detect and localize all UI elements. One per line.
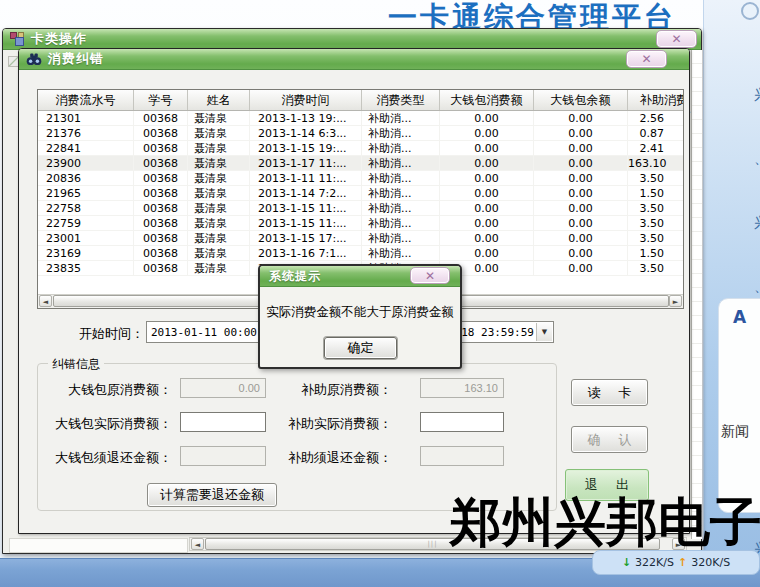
groupbox-label: 纠错信息 xyxy=(48,356,104,373)
taskbar[interactable]: ↓ 322K/S ↑ 320K/S xyxy=(0,558,760,587)
table-cell: 3.50 xyxy=(628,216,684,230)
table-cell: 23001 xyxy=(38,231,134,245)
outer-window-title: 卡类操作 xyxy=(31,30,87,48)
table-cell: 00368 xyxy=(134,261,188,275)
table-cell: 0.00 xyxy=(534,216,628,230)
table-cell: 补助消... xyxy=(362,156,440,170)
table-cell: 补助消... xyxy=(362,126,440,140)
read-card-button[interactable]: 读 卡 xyxy=(571,379,648,406)
inner-close-button[interactable]: ✕ xyxy=(626,50,667,68)
table-cell: 3.50 xyxy=(628,261,684,275)
watermark-text: 郑州兴邦电子 xyxy=(450,496,760,548)
grip-icon: ||| xyxy=(427,540,437,548)
table-cell: 00368 xyxy=(134,126,188,140)
table-cell: 0.00 xyxy=(534,186,628,200)
table-cell: 0.00 xyxy=(534,126,628,140)
table-cell: 聂清泉 xyxy=(188,156,250,170)
table-cell: 补助消... xyxy=(362,171,440,185)
table-cell: 0.00 xyxy=(534,261,628,275)
column-header[interactable]: 消费时间 xyxy=(250,90,362,110)
table-cell: 2013-1-15 19:... xyxy=(250,141,362,155)
table-cell: 0.00 xyxy=(440,156,534,170)
table-cell: 2013-1-17 11:... xyxy=(250,156,362,170)
table-row[interactable]: 2390000368聂清泉2013-1-17 11:...补助消...0.000… xyxy=(38,156,684,171)
download-arrow-icon: ↓ xyxy=(622,556,631,569)
table-cell: 0.00 xyxy=(534,111,628,125)
dropdown-arrow-icon[interactable]: ▼ xyxy=(536,323,552,341)
wallet-refund-label: 大钱包须退还金额： xyxy=(38,449,172,467)
table-row[interactable]: 2284100368聂清泉2013-1-15 19:...补助消...0.000… xyxy=(38,141,684,156)
table-cell: 00368 xyxy=(134,246,188,260)
table-cell: 聂清泉 xyxy=(188,231,250,245)
table-cell: 补助消... xyxy=(362,246,440,260)
table-cell: 23169 xyxy=(38,246,134,260)
window-form-icon xyxy=(10,32,25,47)
wallet-original-field xyxy=(180,378,266,398)
table-row[interactable]: 2275900368聂清泉2013-1-15 11:...补助消...0.000… xyxy=(38,216,684,231)
table-cell: 0.00 xyxy=(534,156,628,170)
network-speed-indicator[interactable]: ↓ 322K/S ↑ 320K/S xyxy=(592,550,760,575)
dialog-close-button[interactable]: ✕ xyxy=(410,267,450,284)
table-cell: 2013-1-13 19:... xyxy=(250,111,362,125)
calculate-refund-button[interactable]: 计算需要退还金额 xyxy=(147,483,277,507)
wallet-actual-input[interactable] xyxy=(180,412,266,432)
table-cell: 3.50 xyxy=(628,201,684,215)
column-header[interactable]: 大钱包消费额 xyxy=(440,90,534,110)
column-header[interactable]: 补助消费额 xyxy=(628,90,684,110)
table-cell: 0.00 xyxy=(534,141,628,155)
table-cell: 聂清泉 xyxy=(188,246,250,260)
scroll-right-icon[interactable]: ► xyxy=(669,295,682,307)
table-row[interactable]: 2196500368聂清泉2013-1-14 7:2...补助消...0.000… xyxy=(38,186,684,201)
table-cell: 2.41 xyxy=(628,141,684,155)
correction-groupbox: 纠错信息 大钱包原消费额： 补助原消费额： 大钱包实际消费额： 补助实际消费额：… xyxy=(37,363,557,511)
table-cell: 聂清泉 xyxy=(188,141,250,155)
table-row[interactable]: 2316900368聂清泉2013-1-16 7:1...补助消...0.000… xyxy=(38,246,684,261)
table-row[interactable]: 2137600368聂清泉2013-1-14 6:3...补助消...0.000… xyxy=(38,126,684,141)
upload-arrow-icon: ↑ xyxy=(678,556,687,569)
subsidy-actual-input[interactable] xyxy=(420,412,504,432)
table-cell: 00368 xyxy=(134,156,188,170)
subsidy-refund-label: 补助须退还金额： xyxy=(274,449,392,467)
outer-window-titlebar[interactable]: 卡类操作 xyxy=(3,29,701,50)
table-row[interactable]: 2130100368聂清泉2013-1-13 19:...补助消...0.000… xyxy=(38,111,684,126)
table-cell: 00368 xyxy=(134,171,188,185)
status-area xyxy=(9,538,188,553)
table-cell: 22841 xyxy=(38,141,134,155)
binoculars-icon xyxy=(26,51,42,67)
table-cell: 22758 xyxy=(38,201,134,215)
column-header[interactable]: 消费类型 xyxy=(362,90,440,110)
column-header[interactable]: 姓名 xyxy=(188,90,250,110)
help-circle-icon[interactable] xyxy=(741,2,759,20)
table-row[interactable]: 2275800368聂清泉2013-1-15 11:...补助消...0.000… xyxy=(38,201,684,216)
scroll-left-icon[interactable]: ◄ xyxy=(39,295,52,307)
table-cell: 0.00 xyxy=(440,216,534,230)
table-cell: 3.50 xyxy=(628,171,684,185)
table-cell: 0.00 xyxy=(534,201,628,215)
outer-close-button[interactable]: ✕ xyxy=(656,30,697,48)
column-header[interactable]: 消费流水号 xyxy=(38,90,134,110)
table-cell: 2013-1-14 7:2... xyxy=(250,186,362,200)
table-cell: 补助消... xyxy=(362,141,440,155)
table-cell: 补助消... xyxy=(362,201,440,215)
table-cell: 2013-1-14 6:3... xyxy=(250,126,362,140)
table-cell: 0.00 xyxy=(440,231,534,245)
inner-window-title: 消费纠错 xyxy=(48,50,104,68)
table-row[interactable]: 2083600368聂清泉2013-1-11 11:...补助消...0.000… xyxy=(38,171,684,186)
wallet-original-label: 大钱包原消费额： xyxy=(38,381,172,399)
column-header[interactable]: 学号 xyxy=(134,90,188,110)
start-time-label: 开始时间： xyxy=(79,325,144,343)
table-row[interactable]: 2300100368聂清泉2013-1-15 17:...补助消...0.000… xyxy=(38,231,684,246)
table-cell: 2013-1-11 11:... xyxy=(250,171,362,185)
right-sidebar-panel: 兴 、 兴 、 兴 A 新闻 xyxy=(703,0,760,558)
scroll-left-icon[interactable]: ◄ xyxy=(191,538,204,550)
ok-button[interactable]: 确定 xyxy=(324,337,397,359)
sidebar-partial-text: 新闻 xyxy=(721,423,749,441)
column-header[interactable]: 大钱包余额 xyxy=(534,90,628,110)
wallet-refund-field xyxy=(180,446,266,466)
table-cell: 聂清泉 xyxy=(188,171,250,185)
inner-window-titlebar[interactable]: 消费纠错 xyxy=(19,49,689,70)
table-cell: 00368 xyxy=(134,141,188,155)
confirm-button: 确 认 xyxy=(571,426,648,453)
table-cell: 0.00 xyxy=(440,111,534,125)
table-cell: 21376 xyxy=(38,126,134,140)
